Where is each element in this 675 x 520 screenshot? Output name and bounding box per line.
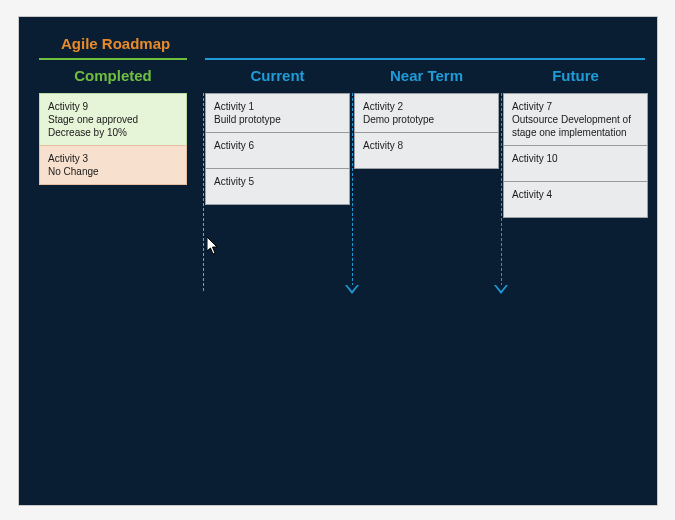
column-header-near: Near Term: [354, 67, 499, 84]
card-title: Activity 3: [48, 153, 88, 164]
card-desc: No Change: [48, 165, 178, 178]
card-desc: Build prototype: [214, 113, 341, 126]
card-title: Activity 7: [512, 101, 552, 112]
column-future: Activity 7 Outsource Development of stag…: [503, 93, 648, 218]
card-title: Activity 1: [214, 101, 254, 112]
timeline-dash-future: [501, 93, 502, 291]
cursor-icon: [207, 237, 219, 255]
card-current-2[interactable]: Activity 5: [205, 169, 350, 205]
card-desc: Decrease by 10%: [48, 126, 178, 139]
card-title: Activity 10: [512, 153, 558, 164]
column-header-future: Future: [503, 67, 648, 84]
card-future-1[interactable]: Activity 10: [503, 146, 648, 182]
card-title: Activity 8: [363, 140, 403, 151]
card-current-0[interactable]: Activity 1 Build prototype: [205, 93, 350, 133]
card-completed-0[interactable]: Activity 9 Stage one approved Decrease b…: [39, 93, 187, 146]
column-header-completed: Completed: [39, 67, 187, 84]
card-future-0[interactable]: Activity 7 Outsource Development of stag…: [503, 93, 648, 146]
card-near-1[interactable]: Activity 8: [354, 133, 499, 169]
card-title: Activity 4: [512, 189, 552, 200]
column-current: Activity 1 Build prototype Activity 6 Ac…: [205, 93, 350, 205]
timeline-dash-current: [203, 93, 204, 291]
card-near-0[interactable]: Activity 2 Demo prototype: [354, 93, 499, 133]
column-completed: Activity 9 Stage one approved Decrease b…: [39, 93, 187, 185]
column-near: Activity 2 Demo prototype Activity 8: [354, 93, 499, 169]
card-current-1[interactable]: Activity 6: [205, 133, 350, 169]
divider-completed: [39, 58, 187, 60]
column-header-current: Current: [205, 67, 350, 84]
card-desc: Demo prototype: [363, 113, 490, 126]
timeline-dash-near: [352, 93, 353, 291]
card-desc: Outsource Development of stage one imple…: [512, 113, 639, 139]
card-title: Activity 2: [363, 101, 403, 112]
card-desc: Stage one approved: [48, 113, 178, 126]
roadmap-board: Agile Roadmap Completed Current Near Ter…: [18, 16, 658, 506]
card-future-2[interactable]: Activity 4: [503, 182, 648, 218]
card-title: Activity 5: [214, 176, 254, 187]
divider-rest: [205, 58, 645, 60]
chevron-down-icon: [345, 285, 359, 294]
page-title: Agile Roadmap: [61, 35, 170, 52]
chevron-down-icon: [494, 285, 508, 294]
card-title: Activity 6: [214, 140, 254, 151]
card-completed-1[interactable]: Activity 3 No Change: [39, 145, 187, 185]
card-title: Activity 9: [48, 101, 88, 112]
